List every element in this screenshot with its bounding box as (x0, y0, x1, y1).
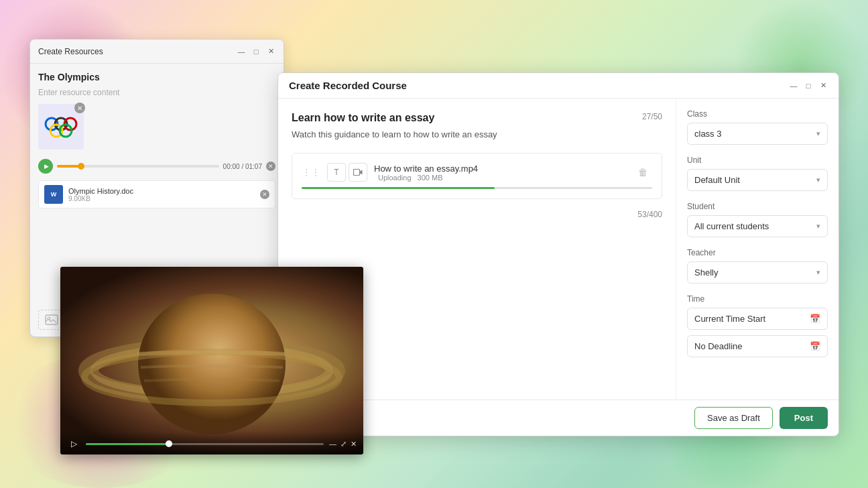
teacher-value: Shelly (694, 267, 718, 278)
svg-rect-12 (354, 170, 360, 176)
video-progress-bar[interactable] (86, 443, 324, 445)
video-progress-dot (166, 440, 172, 447)
time-end-field[interactable]: No Deadline 📅 (687, 335, 828, 357)
description-area: 53/400 (292, 210, 662, 219)
upload-area: ⋮⋮ T How to write an essay.mp4 (292, 153, 662, 199)
upload-status: Uploading 300 MB (374, 174, 627, 182)
audio-player: ▶ 00:00 / 01:07 ✕ (38, 159, 275, 174)
video-play-button[interactable]: ▷ (67, 437, 80, 450)
upload-type-icons: T (327, 163, 367, 182)
crc-titlebar: Create Recorded Course — □ ✕ (278, 73, 839, 99)
play-icon: ▶ (44, 163, 49, 170)
time-start-field[interactable]: Current Time Start 📅 (687, 308, 828, 330)
create-resources-controls: — □ ✕ (237, 47, 275, 56)
student-label: Student (687, 202, 828, 211)
student-value: All current students (694, 221, 769, 231)
post-button[interactable]: Post (780, 407, 828, 429)
description-char-count: 53/400 (292, 210, 662, 219)
upload-filename: How to write an essay.mp4 (374, 164, 627, 174)
crc-right-panel: Class class 3 ▾ Unit Default Unit ▾ Stud… (676, 99, 839, 400)
teacher-label: Teacher (687, 248, 828, 257)
audio-progress-dot (78, 163, 84, 170)
class-label: Class (687, 109, 828, 119)
class-value: class 3 (694, 129, 721, 139)
time-start-value: Current Time Start (694, 314, 765, 324)
image-remove-button[interactable]: ✕ (74, 103, 85, 113)
course-title-text: Learn how to write an essay (292, 112, 434, 124)
time-end-value: No Deadline (694, 341, 743, 351)
svg-point-10 (138, 294, 286, 434)
audio-time: 00:00 / 01:07 (223, 163, 262, 170)
crc-maximize-button[interactable]: □ (804, 81, 813, 90)
file-info: Olympic History.doc 9.00KB (68, 187, 255, 202)
time-field-group: Time Current Time Start 📅 No Deadline 📅 (687, 294, 828, 357)
image-container: ✕ (38, 104, 84, 156)
unit-field-group: Unit Default Unit ▾ (687, 156, 828, 191)
crc-minimize-button[interactable]: — (789, 81, 798, 90)
create-resources-titlebar: Create Resources — □ ✕ (30, 40, 284, 64)
file-item: W Olympic History.doc 9.00KB ✕ (38, 180, 275, 208)
course-title-char-count: 27/50 (642, 112, 662, 121)
upload-video-icon[interactable] (349, 163, 367, 182)
unit-label: Unit (687, 156, 828, 165)
course-description: Watch this guidance to learn to how to w… (292, 129, 662, 139)
upload-file-info: How to write an essay.mp4 Uploading 300 … (374, 164, 627, 182)
saturn-visual (60, 267, 363, 454)
video-player: ▷ — ⤢ ✕ (60, 267, 363, 454)
teacher-select-arrow-icon: ▾ (816, 268, 820, 277)
course-title-row: Learn how to write an essay 27/50 (292, 112, 662, 124)
create-resources-content: The Olympics Enter resource content ✕ ▶ (30, 64, 284, 217)
video-controls: ▷ — ⤢ ✕ (60, 432, 363, 454)
class-select[interactable]: class 3 ▾ (687, 123, 828, 145)
student-select-arrow-icon: ▾ (816, 222, 820, 231)
create-resources-title: Create Resources (38, 47, 103, 56)
minimize-button[interactable]: — (237, 47, 246, 56)
crc-title: Create Recorded Course (289, 80, 407, 91)
video-minimize-icon[interactable]: — (329, 440, 336, 448)
crc-close-button[interactable]: ✕ (818, 81, 828, 90)
class-select-arrow-icon: ▾ (816, 129, 820, 138)
upload-item: ⋮⋮ T How to write an essay.mp4 (302, 163, 652, 182)
file-size: 9.00KB (68, 195, 255, 202)
teacher-select[interactable]: Shelly ▾ (687, 261, 828, 284)
file-name: Olympic History.doc (68, 187, 255, 195)
upload-text-icon[interactable]: T (327, 163, 346, 182)
audio-progress-bar[interactable] (57, 165, 219, 168)
unit-value: Default Unit (694, 175, 740, 185)
class-field-group: Class class 3 ▾ (687, 109, 828, 145)
crc-controls: — □ ✕ (789, 81, 828, 90)
video-close-icon[interactable]: ✕ (351, 440, 357, 448)
time-label: Time (687, 294, 828, 304)
resource-inner-title: The Olympics (38, 72, 275, 82)
video-progress-fill (86, 443, 169, 445)
save-as-draft-button[interactable]: Save as Draft (694, 407, 773, 429)
audio-play-button[interactable]: ▶ (38, 159, 53, 174)
video-restore-icon[interactable]: ⤢ (340, 440, 347, 448)
calendar-end-icon: 📅 (810, 341, 820, 351)
resource-placeholder: Enter resource content (38, 88, 275, 97)
maximize-button[interactable]: □ (251, 47, 261, 56)
upload-progress-fill (302, 187, 495, 189)
unit-select[interactable]: Default Unit ▾ (687, 169, 828, 191)
calendar-start-icon: 📅 (810, 314, 820, 324)
file-type-icon: W (44, 185, 63, 204)
video-control-icons: — ⤢ ✕ (329, 440, 357, 448)
student-field-group: Student All current students ▾ (687, 202, 828, 237)
upload-delete-button[interactable]: 🗑 (633, 163, 652, 182)
file-remove-button[interactable]: ✕ (260, 190, 269, 199)
unit-select-arrow-icon: ▾ (816, 176, 820, 184)
upload-progress-bar (302, 187, 652, 189)
student-select[interactable]: All current students ▾ (687, 215, 828, 237)
teacher-field-group: Teacher Shelly ▾ (687, 248, 828, 284)
video-play-icon: ▷ (71, 439, 77, 448)
video-content: ▷ — ⤢ ✕ (60, 267, 363, 454)
close-button[interactable]: ✕ (266, 47, 275, 56)
drag-handle-icon[interactable]: ⋮⋮ (302, 167, 320, 178)
audio-remove-button[interactable]: ✕ (266, 162, 275, 171)
